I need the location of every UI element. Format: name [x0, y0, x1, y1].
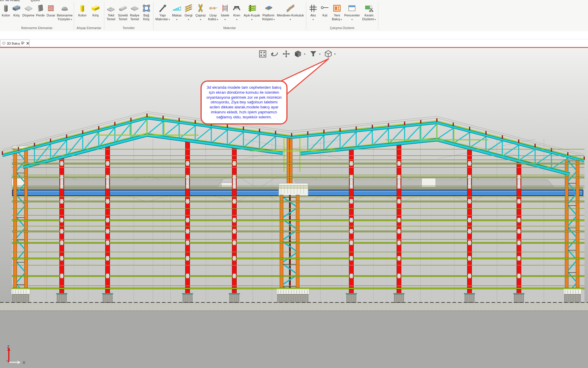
camera-view-dropdown-caret[interactable]: ▾ — [334, 53, 336, 56]
menu-tab-cizim[interactable]: Çizim — [31, 0, 40, 2]
filter-dropdown-caret[interactable]: ▾ — [319, 53, 321, 56]
ribbon-group-3: YapıMakrolar ▾Makas▾Gergi▾Çapraz▾UzayKaf… — [153, 2, 306, 30]
orbit-icon[interactable] — [270, 50, 278, 58]
ribbon-button-label: Kat — [323, 14, 328, 17]
ribbon-button-label: Kiriş — [13, 14, 19, 17]
ribbon-button-aks[interactable]: Aks▾ — [308, 3, 318, 21]
ribbon-button-label: Kiriş — [92, 14, 98, 17]
ribbon-button-tekil-temel[interactable]: TekilTemel — [106, 3, 116, 21]
magic-wand-icon — [158, 3, 167, 14]
ribbon-button-label: Makas▾ — [172, 14, 181, 21]
menu-tab-partial[interactable]: im Ve Analiz — [0, 0, 20, 2]
ribbon-button-label: PlatformKirişleri ▾ — [262, 14, 275, 21]
slab-icon — [24, 3, 33, 14]
ribbon-button-gergi[interactable]: Gergi▾ — [184, 3, 193, 21]
tension-rod-icon — [184, 3, 193, 14]
tie-beam-icon — [142, 3, 151, 14]
ribbon-button-perde[interactable]: Perde — [36, 3, 45, 17]
ribbon-button-label: Kolon — [78, 14, 86, 17]
ribbon-button-label: Kolon — [2, 14, 10, 17]
cube-icon — [2, 41, 6, 46]
tab-bar: 3D Bakış — [0, 31, 588, 48]
ribbon-button-label: Gergi▾ — [185, 14, 193, 21]
ribbon-button-label: Çapraz▾ — [196, 14, 206, 21]
cross-brace-icon — [196, 3, 205, 14]
storey-icon — [320, 3, 330, 14]
ribbon-button-kren[interactable]: Kren▾ — [232, 3, 241, 21]
new-view-icon — [332, 3, 342, 14]
timber-beam-icon — [91, 3, 100, 14]
ribbon-group-label: Çalışma Düzlemi — [306, 26, 378, 30]
ribbon-button-yeni-bakış[interactable]: YeniBakış ▾ — [332, 3, 342, 21]
ribbon-button-label: Kren▾ — [233, 14, 240, 21]
scaffold-icon — [220, 3, 230, 14]
windows-icon — [347, 3, 357, 14]
ribbon-button-label: TekilTemel — [107, 14, 115, 21]
viewport-toolbar: ▾▾▾ — [259, 50, 336, 58]
ribbon-button-makas[interactable]: Makas▾ — [172, 3, 181, 21]
ribbon-group-4: Aks▾KatYeniBakış ▾Pencereler▾KesimDüzlem… — [306, 2, 378, 30]
ribbon-button-kiriş[interactable]: Kiriş — [12, 3, 21, 17]
ribbon-button-label: Döşeme — [22, 14, 34, 17]
filter-icon[interactable] — [309, 50, 317, 58]
callout-bubble: 3d ekranda modele tam cephelerden bakış … — [201, 80, 288, 125]
ribbon-button-label: Duvar — [46, 14, 55, 17]
pan-icon[interactable] — [282, 50, 290, 58]
ribbon-button-uzay-kafes[interactable]: UzayKafes ▾ — [208, 3, 218, 21]
ribbon-button-label: BetonarmeYüzeyler ▾ — [57, 14, 73, 21]
ribbon-button-label: YapıMakrolar ▾ — [156, 14, 170, 21]
ribbon-group-label: Ahşap Elemanlar — [74, 26, 104, 30]
ribbon-button-label: BağKiriş — [143, 14, 149, 21]
ribbon-button-kat[interactable]: Kat — [320, 3, 330, 17]
ribbon-button-label: Pencereler▾ — [344, 14, 360, 21]
shear-wall-icon — [36, 3, 45, 14]
ribbon-group-label: Temeller — [104, 26, 153, 30]
single-footing-icon — [106, 3, 116, 14]
structural-model — [0, 48, 588, 368]
ribbon-button-pencereler[interactable]: Pencereler▾ — [344, 3, 360, 21]
ribbon-button-platform-kirişleri[interactable]: PlatformKirişleri ▾ — [262, 3, 275, 21]
zoom-extents-icon[interactable] — [259, 50, 267, 58]
ribbon-button-sürekli-temel[interactable]: SürekliTemel — [118, 3, 128, 21]
ribbon-button-label: Merdiven-Korkuluk▾ — [277, 14, 304, 21]
ribbon-button-duvar[interactable]: Duvar — [46, 3, 56, 17]
camera-view-icon[interactable] — [324, 50, 332, 58]
app-window: im Ve AnalizÇizim KolonKirişDöşemePerdeD… — [0, 0, 588, 368]
ribbon-button-label: KesimDüzlemi ▾ — [362, 14, 376, 21]
ribbon-button-merdiven-korkuluk[interactable]: Merdiven-Korkuluk▾ — [277, 3, 304, 21]
platform-icon — [264, 3, 273, 14]
stair-icon — [286, 3, 295, 14]
section-plane-icon — [364, 3, 374, 14]
menu-strip: im Ve AnalizÇizim — [0, 0, 176, 3]
view-cube-icon[interactable] — [294, 50, 302, 58]
dome-icon — [60, 3, 69, 14]
ribbon-button-i̇skele[interactable]: İskele▾ — [220, 3, 230, 21]
ribbon-button-kiriş[interactable]: Kiriş — [91, 3, 100, 17]
ribbon-group-1: KolonKirişAhşap Elemanlar — [74, 2, 104, 30]
ribbon-button-radye-temel[interactable]: RadyeTemel — [130, 3, 139, 21]
ribbon-button-label: UzayKafes ▾ — [208, 14, 218, 21]
ribbon-button-bağ-kiriş[interactable]: BağKiriş — [142, 3, 151, 21]
raft-footing-icon — [130, 3, 139, 14]
close-icon[interactable] — [26, 41, 29, 46]
viewport-3d[interactable]: ▾▾▾ 3d ekranda modele tam cephelerden ba… — [0, 48, 588, 368]
tabbar-divider — [0, 39, 588, 39]
ribbon-button-yapı-makrolar[interactable]: YapıMakrolar ▾ — [156, 3, 170, 21]
ribbon-button-label: İskele▾ — [221, 14, 229, 21]
tab-label: 3D Bakış — [7, 42, 20, 45]
ribbon-button-kesim-düzlemi[interactable]: KesimDüzlemi ▾ — [362, 3, 376, 21]
concrete-column-icon — [1, 3, 11, 14]
concrete-beam-icon — [12, 3, 21, 14]
ribbon-button-çapraz[interactable]: Çapraz▾ — [196, 3, 206, 21]
ribbon-button-kolon[interactable]: Kolon — [78, 3, 87, 17]
tab-3d-view[interactable]: 3D Bakış — [0, 40, 30, 47]
strip-footing-icon — [118, 3, 128, 14]
ribbon-button-label: RadyeTemel — [130, 14, 139, 21]
ribbon-button-betonarme-yüzeyler[interactable]: BetonarmeYüzeyler ▾ — [57, 3, 73, 21]
ribbon-button-döşeme[interactable]: Döşeme — [22, 3, 34, 17]
view-cube-dropdown-caret[interactable]: ▾ — [304, 53, 305, 56]
ribbon-button-kolon[interactable]: Kolon — [1, 3, 11, 17]
ribbon-button-aşık-kuşak[interactable]: Aşık-Kuşak▾ — [244, 3, 260, 21]
pin-icon[interactable] — [21, 41, 25, 46]
timber-column-icon — [78, 3, 87, 14]
